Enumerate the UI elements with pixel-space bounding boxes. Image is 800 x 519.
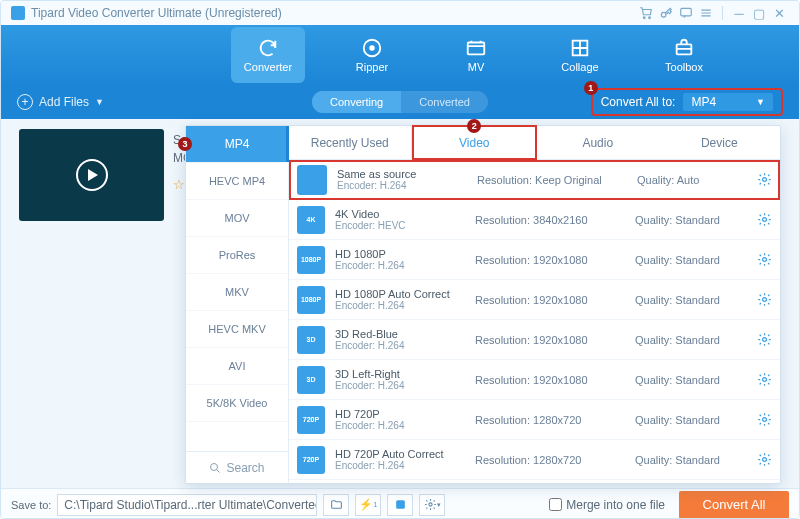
preset-name: HD 720P	[335, 408, 465, 420]
preset-resolution: Resolution: 1280x720	[475, 414, 625, 426]
category-avi[interactable]: AVI	[186, 348, 288, 385]
preset-resolution: Resolution: 1920x1080	[475, 334, 625, 346]
tool-label: Toolbox	[665, 61, 703, 73]
tool-mv[interactable]: MV	[439, 27, 513, 83]
tab-device[interactable]: Device	[659, 126, 781, 159]
preset-name: 4K Video	[335, 208, 465, 220]
preset-info: HD 1080P Auto CorrectEncoder: H.264	[335, 288, 465, 311]
svg-rect-6	[468, 43, 485, 55]
high-speed-button[interactable]	[387, 494, 413, 516]
svg-point-16	[763, 418, 767, 422]
category-mkv[interactable]: MKV	[186, 274, 288, 311]
preset-info: Same as sourceEncoder: H.264	[337, 168, 467, 191]
merge-label: Merge into one file	[566, 498, 665, 512]
tool-ripper[interactable]: Ripper	[335, 27, 409, 83]
preset-settings-button[interactable]	[757, 412, 772, 427]
tab-video[interactable]: 2 Video	[412, 125, 538, 160]
maximize-icon[interactable]: ▢	[749, 3, 769, 23]
key-icon[interactable]	[656, 3, 676, 23]
tab-recently-used[interactable]: Recently Used	[289, 126, 412, 159]
add-files-button[interactable]: + Add Files ▼	[17, 94, 104, 110]
tool-collage[interactable]: Collage	[543, 27, 617, 83]
preset-row[interactable]: 3D3D Red-BlueEncoder: H.264Resolution: 1…	[289, 320, 780, 360]
preset-list: Same as sourceEncoder: H.264Resolution: …	[289, 160, 780, 483]
main-toolbar: Converter Ripper MV Collage Toolbox	[1, 25, 799, 85]
star-icon[interactable]: ☆	[173, 177, 185, 192]
category-mp4[interactable]: 3 MP4	[186, 126, 288, 163]
svg-point-5	[370, 46, 374, 50]
preset-settings-button[interactable]	[757, 292, 772, 307]
category-prores[interactable]: ProRes	[186, 237, 288, 274]
svg-point-20	[429, 503, 432, 506]
preset-row[interactable]: Same as sourceEncoder: H.264Resolution: …	[289, 160, 780, 200]
format-type-tabs: Recently Used 2 Video Audio Device	[289, 126, 780, 160]
preset-info: 3D Left-RightEncoder: H.264	[335, 368, 465, 391]
search-button[interactable]: Search	[186, 451, 288, 483]
preset-settings-button[interactable]	[757, 212, 772, 227]
search-icon	[209, 462, 221, 474]
preset-resolution: Resolution: 1920x1080	[475, 374, 625, 386]
preset-quality: Quality: Standard	[635, 374, 745, 386]
preset-settings-button[interactable]	[757, 332, 772, 347]
format-detail-panel: Recently Used 2 Video Audio Device Same …	[289, 126, 780, 483]
preset-icon: 3D	[297, 366, 325, 394]
bottom-bar: Save to: C:\Tipard Studio\Tipard...rter …	[1, 488, 799, 519]
settings-button[interactable]: ▾	[419, 494, 445, 516]
category-hevc-mkv[interactable]: HEVC MKV	[186, 311, 288, 348]
preset-name: HD 720P Auto Correct	[335, 448, 465, 460]
window-title: Tipard Video Converter Ultimate (Unregis…	[31, 6, 282, 20]
menu-icon[interactable]	[696, 3, 716, 23]
tab-converted[interactable]: Converted	[401, 91, 488, 113]
preset-quality: Quality: Standard	[635, 294, 745, 306]
browse-folder-button[interactable]	[323, 494, 349, 516]
close-icon[interactable]: ✕	[769, 3, 789, 23]
toolbox-icon	[673, 37, 695, 59]
feedback-icon[interactable]	[676, 3, 696, 23]
convert-all-button[interactable]: Convert All	[679, 491, 789, 519]
preset-row[interactable]: 720PHD 720P Auto CorrectEncoder: H.264Re…	[289, 440, 780, 480]
svg-point-17	[763, 458, 767, 462]
format-category-list: 3 MP4 HEVC MP4 MOV ProRes MKV HEVC MKV A…	[186, 126, 289, 483]
preset-name: 3D Left-Right	[335, 368, 465, 380]
cart-icon[interactable]	[636, 3, 656, 23]
preset-row[interactable]: 3D3D Left-RightEncoder: H.264Resolution:…	[289, 360, 780, 400]
convert-all-format-dropdown[interactable]: MP4 ▼	[683, 93, 773, 111]
preset-settings-button[interactable]	[757, 172, 772, 187]
category-mov[interactable]: MOV	[186, 200, 288, 237]
preset-quality: Quality: Standard	[635, 214, 745, 226]
save-to-path-field[interactable]: C:\Tipard Studio\Tipard...rter Ultimate\…	[57, 494, 317, 516]
preset-quality: Quality: Standard	[635, 334, 745, 346]
preset-info: 4K VideoEncoder: HEVC	[335, 208, 465, 231]
tab-converting[interactable]: Converting	[312, 91, 401, 113]
preset-row[interactable]: 4K4K VideoEncoder: HEVCResolution: 3840x…	[289, 200, 780, 240]
preset-resolution: Resolution: 3840x2160	[475, 214, 625, 226]
preset-name: 3D Red-Blue	[335, 328, 465, 340]
minimize-icon[interactable]: ─	[729, 3, 749, 23]
preset-settings-button[interactable]	[757, 372, 772, 387]
callout-badge-2: 2	[467, 119, 481, 133]
chevron-down-icon: ▼	[95, 97, 104, 107]
preset-row[interactable]: 1080PHD 1080P Auto CorrectEncoder: H.264…	[289, 280, 780, 320]
category-hevc-mp4[interactable]: HEVC MP4	[186, 163, 288, 200]
preset-encoder: Encoder: H.264	[335, 460, 465, 471]
merge-checkbox-input[interactable]	[549, 498, 562, 511]
tool-converter[interactable]: Converter	[231, 27, 305, 83]
preset-row[interactable]: 1080PHD 1080PEncoder: H.264Resolution: 1…	[289, 240, 780, 280]
preset-row[interactable]: 720PHD 720PEncoder: H.264Resolution: 128…	[289, 400, 780, 440]
preset-encoder: Encoder: H.264	[335, 340, 465, 351]
svg-point-15	[763, 378, 767, 382]
preset-encoder: Encoder: HEVC	[335, 220, 465, 231]
preset-row[interactable]: 640P640P	[289, 480, 780, 483]
play-icon	[76, 159, 108, 191]
preset-resolution: Resolution: 1280x720	[475, 454, 625, 466]
tab-audio[interactable]: Audio	[537, 126, 659, 159]
category-5k8k[interactable]: 5K/8K Video	[186, 385, 288, 422]
preset-settings-button[interactable]	[757, 452, 772, 467]
merge-checkbox[interactable]: Merge into one file	[549, 498, 665, 512]
tool-toolbox[interactable]: Toolbox	[647, 27, 721, 83]
search-label: Search	[226, 461, 264, 475]
tool-label: MV	[468, 61, 485, 73]
gpu-accel-button[interactable]: ⚡1	[355, 494, 381, 516]
video-thumbnail[interactable]	[19, 129, 164, 221]
preset-settings-button[interactable]	[757, 252, 772, 267]
